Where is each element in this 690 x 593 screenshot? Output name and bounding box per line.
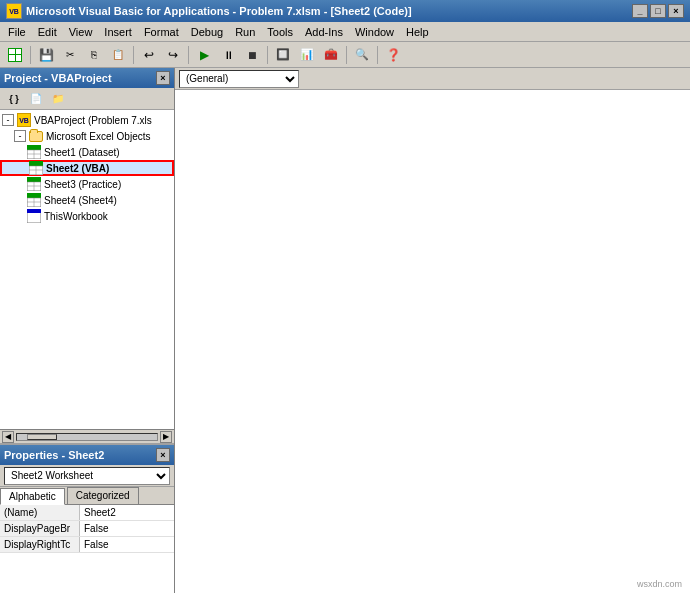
left-panel: Project - VBAProject × { } 📄 📁 - VB VBAP… [0, 68, 175, 593]
sheet2-icon [28, 160, 44, 176]
menu-edit[interactable]: Edit [32, 24, 63, 40]
properties-panel: Properties - Sheet2 × Sheet2 Worksheet A… [0, 443, 174, 593]
project-toolbar: { } 📄 📁 [0, 88, 174, 110]
title-bar: VB Microsoft Visual Basic for Applicatio… [0, 0, 690, 22]
menu-addins[interactable]: Add-Ins [299, 24, 349, 40]
tree-excel-objects[interactable]: - Microsoft Excel Objects [0, 128, 174, 144]
close-button[interactable]: × [668, 4, 684, 18]
toolbar-undo-button[interactable]: ↩ [138, 45, 160, 65]
menu-bar: File Edit View Insert Format Debug Run T… [0, 22, 690, 42]
svg-rect-21 [27, 209, 41, 213]
menu-insert[interactable]: Insert [98, 24, 138, 40]
minimize-button[interactable]: _ [632, 4, 648, 18]
properties-header: Properties - Sheet2 × [0, 445, 174, 465]
menu-file[interactable]: File [2, 24, 32, 40]
code-area[interactable] [175, 90, 690, 593]
scroll-right-button[interactable]: ▶ [160, 431, 172, 443]
scroll-track[interactable] [16, 433, 158, 441]
workbook-icon [26, 208, 42, 224]
properties-object-select[interactable]: Sheet2 Worksheet [4, 467, 170, 485]
menu-help[interactable]: Help [400, 24, 435, 40]
view-code-button[interactable]: { } [4, 90, 24, 108]
prop-key-name: (Name) [0, 505, 80, 520]
prop-key-displayrt: DisplayRightTc [0, 537, 80, 552]
toolbar-save-button[interactable]: 💾 [35, 45, 57, 65]
prop-val-displaypb: False [80, 523, 112, 534]
excel-objects-icon [28, 128, 44, 144]
toolbar-sep-6 [377, 46, 378, 64]
tab-categorized[interactable]: Categorized [67, 487, 139, 504]
tree-root-item[interactable]: - VB VBAProject (Problem 7.xls [0, 112, 174, 128]
menu-run[interactable]: Run [229, 24, 261, 40]
main-layout: Project - VBAProject × { } 📄 📁 - VB VBAP… [0, 68, 690, 593]
svg-rect-6 [29, 161, 43, 166]
tree-excel-objects-label: Microsoft Excel Objects [46, 131, 150, 142]
menu-format[interactable]: Format [138, 24, 185, 40]
title-text: Microsoft Visual Basic for Applications … [26, 5, 632, 17]
tree-sheet1-item[interactable]: Sheet1 (Dataset) [0, 144, 174, 160]
root-expander[interactable]: - [2, 114, 14, 126]
toggle-folders-button[interactable]: 📁 [48, 90, 68, 108]
toolbar-stop-button[interactable]: ⏹ [241, 45, 263, 65]
prop-key-displaypb: DisplayPageBr [0, 521, 80, 536]
properties-table: (Name) Sheet2 DisplayPageBr False Displa… [0, 505, 174, 593]
properties-close[interactable]: × [156, 448, 170, 462]
toolbar-sep-5 [346, 46, 347, 64]
project-panel-close[interactable]: × [156, 71, 170, 85]
prop-val-name: Sheet2 [80, 507, 120, 518]
toolbar-redo-button[interactable]: ↪ [162, 45, 184, 65]
tree-sheet3-item[interactable]: Sheet3 (Practice) [0, 176, 174, 192]
window-controls[interactable]: _ □ × [632, 4, 684, 18]
toolbar-cut-button[interactable]: ✂ [59, 45, 81, 65]
menu-window[interactable]: Window [349, 24, 400, 40]
tree-sheet4-label: Sheet4 (Sheet4) [44, 195, 117, 206]
properties-title: Properties - Sheet2 [4, 449, 104, 461]
scroll-left-button[interactable]: ◀ [2, 431, 14, 443]
view-object-button[interactable]: 📄 [26, 90, 46, 108]
menu-debug[interactable]: Debug [185, 24, 229, 40]
project-hscrollbar[interactable]: ◀ ▶ [0, 429, 174, 443]
code-general-select[interactable]: (General) [179, 70, 299, 88]
svg-rect-1 [27, 145, 41, 150]
toolbar-excel-icon[interactable] [4, 45, 26, 65]
toolbar-help-button[interactable]: ❓ [382, 45, 404, 65]
svg-rect-11 [27, 177, 41, 182]
root-icon: VB [16, 112, 32, 128]
menu-tools[interactable]: Tools [261, 24, 299, 40]
props-row-displaypb: DisplayPageBr False [0, 521, 174, 537]
toolbar-object-browser[interactable]: 📊 [296, 45, 318, 65]
project-panel-header: Project - VBAProject × [0, 68, 174, 88]
toolbar-toolbox-button[interactable]: 🧰 [320, 45, 342, 65]
tree-sheet2-label: Sheet2 (VBA) [46, 163, 109, 174]
tree-sheet2-item[interactable]: Sheet2 (VBA) [0, 160, 174, 176]
tab-alphabetic[interactable]: Alphabetic [0, 488, 65, 505]
toolbar-copy-button[interactable]: ⎘ [83, 45, 105, 65]
toolbar-pause-button[interactable]: ⏸ [217, 45, 239, 65]
toolbar-userform-button[interactable]: 🔲 [272, 45, 294, 65]
sheet1-icon [26, 144, 42, 160]
main-toolbar: 💾 ✂ ⎘ 📋 ↩ ↪ ▶ ⏸ ⏹ 🔲 📊 🧰 🔍 ❓ [0, 42, 690, 68]
toolbar-sep-4 [267, 46, 268, 64]
excel-icon [8, 48, 22, 62]
tree-workbook-item[interactable]: ThisWorkbook [0, 208, 174, 224]
toolbar-find-button[interactable]: 🔍 [351, 45, 373, 65]
tree-sheet3-label: Sheet3 (Practice) [44, 179, 121, 190]
code-header: (General) [175, 68, 690, 90]
scroll-thumb[interactable] [27, 434, 57, 440]
toolbar-paste-button[interactable]: 📋 [107, 45, 129, 65]
props-row-name: (Name) Sheet2 [0, 505, 174, 521]
restore-button[interactable]: □ [650, 4, 666, 18]
code-editor-panel: (General) [175, 68, 690, 593]
project-tree[interactable]: - VB VBAProject (Problem 7.xls - Microso… [0, 110, 174, 429]
props-combo-row: Sheet2 Worksheet [0, 465, 174, 487]
toolbar-run-button[interactable]: ▶ [193, 45, 215, 65]
app-icon: VB [6, 3, 22, 19]
project-panel-title: Project - VBAProject [4, 72, 112, 84]
toolbar-sep-3 [188, 46, 189, 64]
tree-sheet4-item[interactable]: Sheet4 (Sheet4) [0, 192, 174, 208]
tree-sheet1-label: Sheet1 (Dataset) [44, 147, 120, 158]
tree-workbook-label: ThisWorkbook [44, 211, 108, 222]
tree-root-label: VBAProject (Problem 7.xls [34, 115, 152, 126]
menu-view[interactable]: View [63, 24, 99, 40]
excel-objects-expander[interactable]: - [14, 130, 26, 142]
